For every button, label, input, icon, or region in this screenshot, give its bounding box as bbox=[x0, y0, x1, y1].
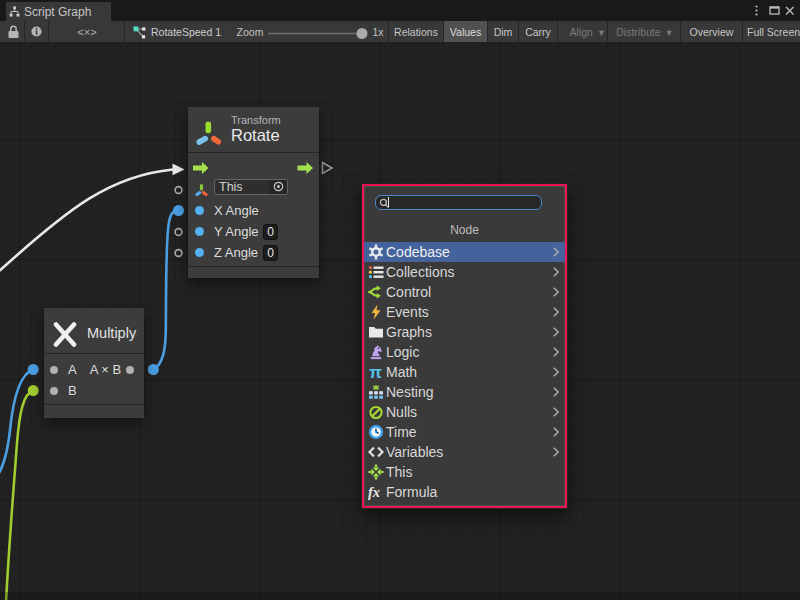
svg-text:π: π bbox=[369, 364, 382, 380]
svg-text:fx: fx bbox=[368, 484, 380, 500]
